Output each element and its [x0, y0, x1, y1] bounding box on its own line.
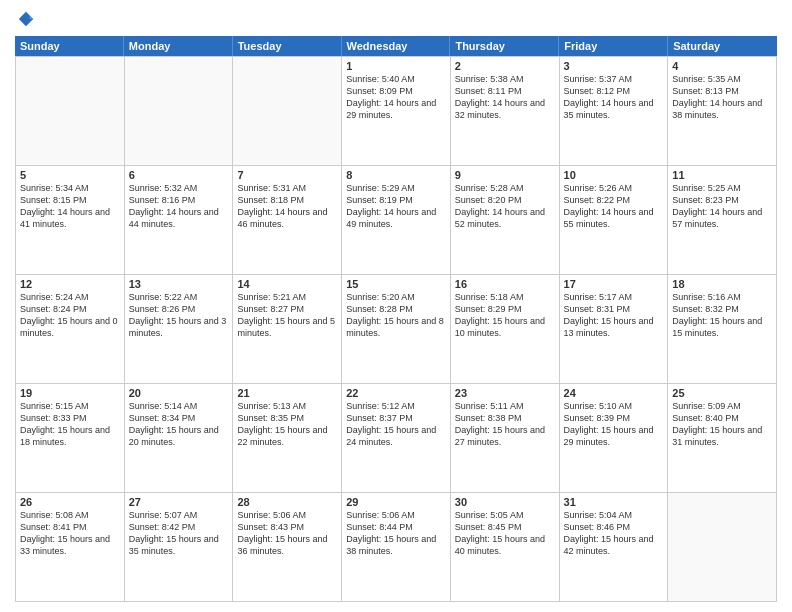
cal-cell-3-1: 20Sunrise: 5:14 AMSunset: 8:34 PMDayligh…: [125, 384, 234, 493]
cell-text-21: Sunrise: 5:13 AMSunset: 8:35 PMDaylight:…: [237, 400, 337, 449]
cell-text-11: Sunrise: 5:25 AMSunset: 8:23 PMDaylight:…: [672, 182, 772, 231]
cell-text-6: Sunrise: 5:32 AMSunset: 8:16 PMDaylight:…: [129, 182, 229, 231]
cal-cell-1-6: 11Sunrise: 5:25 AMSunset: 8:23 PMDayligh…: [668, 166, 777, 275]
cal-cell-1-5: 10Sunrise: 5:26 AMSunset: 8:22 PMDayligh…: [560, 166, 669, 275]
cal-cell-3-6: 25Sunrise: 5:09 AMSunset: 8:40 PMDayligh…: [668, 384, 777, 493]
day-number-13: 13: [129, 278, 229, 290]
cal-cell-3-5: 24Sunrise: 5:10 AMSunset: 8:39 PMDayligh…: [560, 384, 669, 493]
day-number-8: 8: [346, 169, 446, 181]
cell-text-3: Sunrise: 5:37 AMSunset: 8:12 PMDaylight:…: [564, 73, 664, 122]
calendar-header: Sunday Monday Tuesday Wednesday Thursday…: [15, 36, 777, 56]
cal-cell-0-5: 3Sunrise: 5:37 AMSunset: 8:12 PMDaylight…: [560, 57, 669, 166]
cal-cell-4-0: 26Sunrise: 5:08 AMSunset: 8:41 PMDayligh…: [16, 493, 125, 602]
cal-cell-3-0: 19Sunrise: 5:15 AMSunset: 8:33 PMDayligh…: [16, 384, 125, 493]
day-number-26: 26: [20, 496, 120, 508]
cell-text-9: Sunrise: 5:28 AMSunset: 8:20 PMDaylight:…: [455, 182, 555, 231]
cal-cell-0-0: [16, 57, 125, 166]
day-number-17: 17: [564, 278, 664, 290]
cell-text-13: Sunrise: 5:22 AMSunset: 8:26 PMDaylight:…: [129, 291, 229, 340]
day-number-28: 28: [237, 496, 337, 508]
day-number-14: 14: [237, 278, 337, 290]
cell-text-5: Sunrise: 5:34 AMSunset: 8:15 PMDaylight:…: [20, 182, 120, 231]
cal-cell-4-4: 30Sunrise: 5:05 AMSunset: 8:45 PMDayligh…: [451, 493, 560, 602]
cal-cell-4-6: [668, 493, 777, 602]
day-number-24: 24: [564, 387, 664, 399]
cell-text-28: Sunrise: 5:06 AMSunset: 8:43 PMDaylight:…: [237, 509, 337, 558]
col-sunday: Sunday: [15, 36, 124, 56]
cell-text-2: Sunrise: 5:38 AMSunset: 8:11 PMDaylight:…: [455, 73, 555, 122]
cell-text-19: Sunrise: 5:15 AMSunset: 8:33 PMDaylight:…: [20, 400, 120, 449]
cal-cell-1-4: 9Sunrise: 5:28 AMSunset: 8:20 PMDaylight…: [451, 166, 560, 275]
day-number-30: 30: [455, 496, 555, 508]
cell-text-26: Sunrise: 5:08 AMSunset: 8:41 PMDaylight:…: [20, 509, 120, 558]
cal-cell-3-2: 21Sunrise: 5:13 AMSunset: 8:35 PMDayligh…: [233, 384, 342, 493]
cell-text-4: Sunrise: 5:35 AMSunset: 8:13 PMDaylight:…: [672, 73, 772, 122]
day-number-22: 22: [346, 387, 446, 399]
cell-text-25: Sunrise: 5:09 AMSunset: 8:40 PMDaylight:…: [672, 400, 772, 449]
cell-text-7: Sunrise: 5:31 AMSunset: 8:18 PMDaylight:…: [237, 182, 337, 231]
cal-cell-1-0: 5Sunrise: 5:34 AMSunset: 8:15 PMDaylight…: [16, 166, 125, 275]
cell-text-12: Sunrise: 5:24 AMSunset: 8:24 PMDaylight:…: [20, 291, 120, 340]
cell-text-27: Sunrise: 5:07 AMSunset: 8:42 PMDaylight:…: [129, 509, 229, 558]
day-number-29: 29: [346, 496, 446, 508]
day-number-4: 4: [672, 60, 772, 72]
cal-cell-1-1: 6Sunrise: 5:32 AMSunset: 8:16 PMDaylight…: [125, 166, 234, 275]
day-number-11: 11: [672, 169, 772, 181]
day-number-27: 27: [129, 496, 229, 508]
col-wednesday: Wednesday: [342, 36, 451, 56]
cell-text-8: Sunrise: 5:29 AMSunset: 8:19 PMDaylight:…: [346, 182, 446, 231]
day-number-21: 21: [237, 387, 337, 399]
cal-row-0: 1Sunrise: 5:40 AMSunset: 8:09 PMDaylight…: [16, 57, 777, 166]
cell-text-31: Sunrise: 5:04 AMSunset: 8:46 PMDaylight:…: [564, 509, 664, 558]
col-saturday: Saturday: [668, 36, 777, 56]
cal-cell-1-3: 8Sunrise: 5:29 AMSunset: 8:19 PMDaylight…: [342, 166, 451, 275]
day-number-10: 10: [564, 169, 664, 181]
cal-cell-1-2: 7Sunrise: 5:31 AMSunset: 8:18 PMDaylight…: [233, 166, 342, 275]
cal-cell-0-2: [233, 57, 342, 166]
cell-text-15: Sunrise: 5:20 AMSunset: 8:28 PMDaylight:…: [346, 291, 446, 340]
col-tuesday: Tuesday: [233, 36, 342, 56]
header: [15, 10, 777, 28]
day-number-15: 15: [346, 278, 446, 290]
cal-cell-2-5: 17Sunrise: 5:17 AMSunset: 8:31 PMDayligh…: [560, 275, 669, 384]
cal-cell-0-6: 4Sunrise: 5:35 AMSunset: 8:13 PMDaylight…: [668, 57, 777, 166]
cal-cell-0-1: [125, 57, 234, 166]
cal-cell-4-1: 27Sunrise: 5:07 AMSunset: 8:42 PMDayligh…: [125, 493, 234, 602]
day-number-23: 23: [455, 387, 555, 399]
cal-cell-4-2: 28Sunrise: 5:06 AMSunset: 8:43 PMDayligh…: [233, 493, 342, 602]
day-number-25: 25: [672, 387, 772, 399]
cal-cell-0-4: 2Sunrise: 5:38 AMSunset: 8:11 PMDaylight…: [451, 57, 560, 166]
cal-cell-2-3: 15Sunrise: 5:20 AMSunset: 8:28 PMDayligh…: [342, 275, 451, 384]
cell-text-29: Sunrise: 5:06 AMSunset: 8:44 PMDaylight:…: [346, 509, 446, 558]
cal-cell-2-0: 12Sunrise: 5:24 AMSunset: 8:24 PMDayligh…: [16, 275, 125, 384]
day-number-1: 1: [346, 60, 446, 72]
day-number-31: 31: [564, 496, 664, 508]
cell-text-20: Sunrise: 5:14 AMSunset: 8:34 PMDaylight:…: [129, 400, 229, 449]
cal-cell-2-6: 18Sunrise: 5:16 AMSunset: 8:32 PMDayligh…: [668, 275, 777, 384]
cal-cell-2-4: 16Sunrise: 5:18 AMSunset: 8:29 PMDayligh…: [451, 275, 560, 384]
cell-text-10: Sunrise: 5:26 AMSunset: 8:22 PMDaylight:…: [564, 182, 664, 231]
logo-icon: [17, 10, 35, 28]
col-monday: Monday: [124, 36, 233, 56]
cal-cell-3-3: 22Sunrise: 5:12 AMSunset: 8:37 PMDayligh…: [342, 384, 451, 493]
cell-text-23: Sunrise: 5:11 AMSunset: 8:38 PMDaylight:…: [455, 400, 555, 449]
cal-cell-2-2: 14Sunrise: 5:21 AMSunset: 8:27 PMDayligh…: [233, 275, 342, 384]
col-friday: Friday: [559, 36, 668, 56]
page: Sunday Monday Tuesday Wednesday Thursday…: [0, 0, 792, 612]
cell-text-16: Sunrise: 5:18 AMSunset: 8:29 PMDaylight:…: [455, 291, 555, 340]
cell-text-18: Sunrise: 5:16 AMSunset: 8:32 PMDaylight:…: [672, 291, 772, 340]
cal-row-2: 12Sunrise: 5:24 AMSunset: 8:24 PMDayligh…: [16, 275, 777, 384]
cal-row-4: 26Sunrise: 5:08 AMSunset: 8:41 PMDayligh…: [16, 493, 777, 602]
cal-cell-4-5: 31Sunrise: 5:04 AMSunset: 8:46 PMDayligh…: [560, 493, 669, 602]
day-number-3: 3: [564, 60, 664, 72]
cal-cell-0-3: 1Sunrise: 5:40 AMSunset: 8:09 PMDaylight…: [342, 57, 451, 166]
cell-text-1: Sunrise: 5:40 AMSunset: 8:09 PMDaylight:…: [346, 73, 446, 122]
cell-text-14: Sunrise: 5:21 AMSunset: 8:27 PMDaylight:…: [237, 291, 337, 340]
calendar-body: 1Sunrise: 5:40 AMSunset: 8:09 PMDaylight…: [15, 56, 777, 602]
logo: [15, 10, 35, 28]
cal-cell-2-1: 13Sunrise: 5:22 AMSunset: 8:26 PMDayligh…: [125, 275, 234, 384]
day-number-20: 20: [129, 387, 229, 399]
day-number-16: 16: [455, 278, 555, 290]
cal-row-3: 19Sunrise: 5:15 AMSunset: 8:33 PMDayligh…: [16, 384, 777, 493]
day-number-2: 2: [455, 60, 555, 72]
